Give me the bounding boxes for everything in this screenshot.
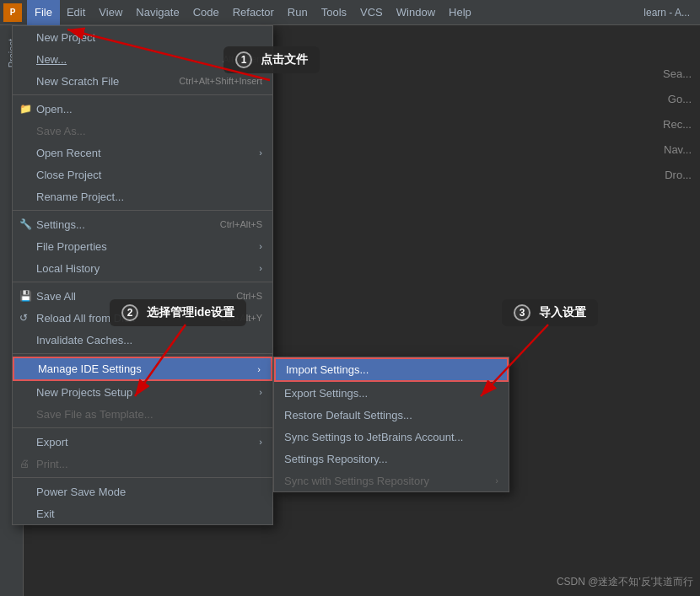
window-title: learn - A...: [643, 7, 697, 19]
print-icon: 🖨: [19, 458, 30, 470]
bg-text-4: Nav...: [664, 143, 692, 156]
menu-item-new-projects-setup[interactable]: New Projects Setup ›: [13, 381, 272, 403]
shortcut-settings: Ctrl+Alt+S: [220, 219, 262, 229]
arrow-local-history: ›: [259, 263, 262, 273]
submenu-manage-ide: Import Settings... Export Settings... Re…: [273, 357, 509, 492]
annotation-bubble-2: 2 选择管理ide设置: [110, 299, 246, 326]
menu-item-invalidate-caches[interactable]: Invalidate Caches...: [13, 329, 272, 351]
menu-item-exit[interactable]: Exit: [13, 502, 272, 524]
bg-text-5: Dro...: [665, 169, 692, 181]
menu-edit[interactable]: Edit: [60, 0, 92, 25]
separator-1: [13, 94, 272, 95]
arrow-sync-repo: ›: [495, 475, 498, 486]
menu-vcs[interactable]: VCS: [353, 0, 390, 25]
menu-tools[interactable]: Tools: [315, 0, 353, 25]
shortcut-new-scratch: Ctrl+Alt+Shift+Insert: [179, 76, 262, 86]
annotation-number-3: 3: [514, 304, 530, 321]
menu-item-power-save-mode[interactable]: Power Save Mode: [13, 481, 272, 502]
menu-item-close-project[interactable]: Close Project: [13, 164, 272, 185]
menu-item-print: 🖨 Print...: [13, 453, 272, 475]
arrow-export: ›: [259, 437, 262, 447]
separator-2: [13, 210, 272, 211]
bg-text-1: Sea...: [663, 67, 692, 80]
menu-navigate[interactable]: Navigate: [129, 0, 186, 25]
menubar: P File Edit View Navigate Code Refactor …: [0, 0, 700, 25]
menu-help[interactable]: Help: [442, 0, 478, 25]
menu-file[interactable]: File: [27, 0, 60, 25]
menu-item-save-file-template: Save File as Template...: [13, 403, 272, 425]
annotation-number-1: 1: [235, 51, 252, 68]
save-icon: 💾: [19, 290, 32, 302]
separator-3: [13, 282, 272, 282]
submenu-item-import-settings[interactable]: Import Settings...: [274, 357, 509, 382]
submenu-item-sync-settings-repo: Sync with Settings Repository ›: [274, 470, 509, 491]
arrow-open-recent: ›: [259, 148, 262, 158]
submenu-item-settings-repository[interactable]: Settings Repository...: [274, 448, 509, 470]
submenu-item-sync-jetbrains[interactable]: Sync Settings to JetBrains Account...: [274, 426, 509, 448]
submenu-item-export-settings[interactable]: Export Settings...: [274, 382, 509, 404]
menu-item-manage-ide-settings[interactable]: Manage IDE Settings ›: [13, 357, 272, 381]
bg-text-3: Rec...: [663, 118, 692, 131]
separator-4: [13, 353, 272, 354]
app-logo: P: [3, 3, 22, 22]
menu-item-settings[interactable]: 🔧 Settings... Ctrl+Alt+S: [13, 213, 272, 235]
annotation-bubble-1: 1 点击文件: [223, 46, 320, 73]
menu-item-file-properties[interactable]: File Properties ›: [13, 235, 272, 257]
folder-icon: 📁: [19, 103, 32, 115]
separator-5: [13, 427, 272, 428]
menu-item-rename-project[interactable]: Rename Project...: [13, 185, 272, 207]
separator-6: [13, 477, 272, 478]
annotation-number-2: 2: [121, 304, 138, 321]
wrench-icon: 🔧: [19, 218, 32, 230]
menu-item-save-as: Save As...: [13, 120, 272, 142]
bg-text-2: Go...: [668, 93, 692, 105]
menu-view[interactable]: View: [92, 0, 129, 25]
arrow-manage-ide: ›: [257, 364, 261, 374]
file-menu: New Project New... Alt+Insert New Scratc…: [12, 25, 273, 525]
menu-refactor[interactable]: Refactor: [226, 0, 281, 25]
csdn-watermark: CSDN @迷途不知'反'其道而行: [557, 575, 693, 589]
submenu-item-restore-defaults[interactable]: Restore Default Settings...: [274, 404, 509, 426]
annotation-bubble-3: 3 导入设置: [502, 299, 598, 326]
menu-item-new-project[interactable]: New Project: [13, 26, 272, 48]
menu-item-export[interactable]: Export ›: [13, 431, 272, 453]
menu-code[interactable]: Code: [186, 0, 226, 25]
menu-item-local-history[interactable]: Local History ›: [13, 257, 272, 279]
menu-window[interactable]: Window: [390, 0, 442, 25]
arrow-file-props: ›: [259, 241, 262, 251]
menu-item-open[interactable]: 📁 Open...: [13, 98, 272, 120]
menu-item-open-recent[interactable]: Open Recent ›: [13, 142, 272, 164]
arrow-new-projects: ›: [259, 387, 262, 397]
menu-run[interactable]: Run: [281, 0, 315, 25]
reload-icon: ↺: [19, 312, 28, 324]
